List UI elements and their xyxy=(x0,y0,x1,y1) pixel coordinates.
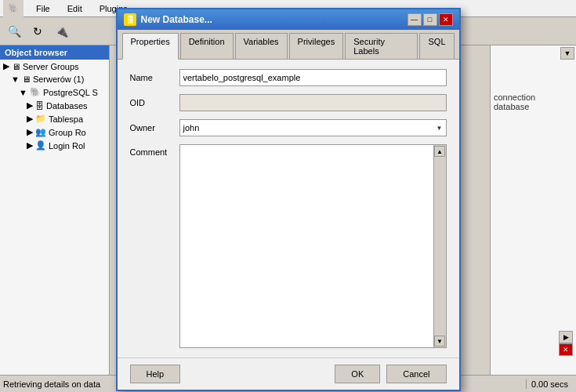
owner-label: Owner xyxy=(130,123,173,132)
help-button[interactable]: Help xyxy=(130,365,181,383)
comment-label: Comment xyxy=(130,144,173,157)
ok-button[interactable]: OK xyxy=(335,365,380,383)
modal-overlay: 🗄 New Database... — □ ✕ Properties Defin… xyxy=(0,0,576,392)
modal-footer: Help OK Cancel xyxy=(118,358,459,390)
name-label: Name xyxy=(130,73,173,82)
new-database-dialog: 🗄 New Database... — □ ✕ Properties Defin… xyxy=(116,8,461,391)
cancel-button[interactable]: Cancel xyxy=(386,365,446,383)
tab-security-labels[interactable]: Security Labels xyxy=(345,33,418,59)
comment-area[interactable]: ▲ ▼ xyxy=(179,144,447,348)
minimize-button[interactable]: — xyxy=(408,13,422,26)
name-row: Name xyxy=(130,69,447,86)
owner-select[interactable]: john ▼ xyxy=(179,119,447,136)
close-button[interactable]: ✕ xyxy=(439,13,453,26)
tab-privileges[interactable]: Privileges xyxy=(289,33,344,59)
modal-controls: — □ ✕ xyxy=(408,13,453,26)
main-window: 🐘 File Edit Plugins 🔍 ↻ 🔌 Object browser… xyxy=(0,0,576,392)
oid-input[interactable] xyxy=(179,94,447,111)
scroll-up[interactable]: ▲ xyxy=(434,146,445,157)
modal-body: Name OID Owner john ▼ xyxy=(118,60,459,358)
modal-titlebar: 🗄 New Database... — □ ✕ xyxy=(118,9,459,30)
modal-title-icon: 🗄 xyxy=(124,13,136,26)
maximize-button[interactable]: □ xyxy=(423,13,437,26)
oid-row: OID xyxy=(130,94,447,111)
owner-value: john xyxy=(183,123,200,132)
owner-row: Owner john ▼ xyxy=(130,119,447,136)
tab-variables[interactable]: Variables xyxy=(235,33,288,59)
owner-dropdown-icon: ▼ xyxy=(437,125,443,132)
tab-sql[interactable]: SQL xyxy=(419,33,454,59)
comment-row: Comment ▲ ▼ xyxy=(130,144,447,348)
tab-bar: Properties Definition Variables Privileg… xyxy=(118,30,459,60)
tab-definition[interactable]: Definition xyxy=(180,33,234,59)
comment-scrollbar[interactable]: ▲ ▼ xyxy=(433,145,446,347)
modal-title: 🗄 New Database... xyxy=(124,13,212,26)
modal-title-text: New Database... xyxy=(141,14,212,25)
oid-label: OID xyxy=(130,98,173,107)
name-input[interactable] xyxy=(179,69,447,86)
scroll-down[interactable]: ▼ xyxy=(434,336,445,347)
tab-properties[interactable]: Properties xyxy=(122,33,179,60)
